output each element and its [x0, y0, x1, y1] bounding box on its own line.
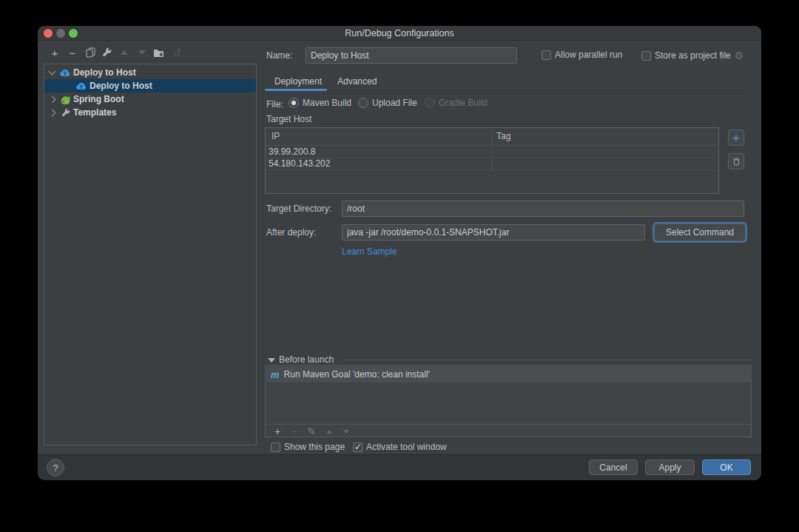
column-header-ip[interactable]: IP	[272, 131, 280, 141]
active-tab-underline	[265, 89, 327, 91]
header-divider	[266, 145, 718, 146]
radio-icon[interactable]	[358, 98, 368, 108]
target-directory-input[interactable]	[342, 201, 744, 217]
edit-task-icon[interactable]: ✎	[306, 426, 317, 437]
checkbox-checked-icon[interactable]	[353, 442, 363, 452]
radio-selected-icon[interactable]	[289, 98, 299, 108]
target-host-table: IP Tag 39.99.200.8 54.180.143.202	[265, 127, 719, 194]
screen: Run/Debug Configurations + − ↓ az	[0, 0, 799, 532]
checkbox-icon[interactable]	[542, 50, 551, 60]
tabs-separator	[265, 90, 752, 91]
ok-button[interactable]: OK	[702, 459, 751, 475]
column-header-tag[interactable]: Tag	[496, 131, 510, 141]
cancel-button[interactable]: Cancel	[589, 459, 638, 475]
tree-item-spring-boot[interactable]: Spring Boot	[44, 92, 256, 106]
table-cell-ip[interactable]: 54.180.143.202	[269, 158, 330, 169]
add-task-icon[interactable]: +	[272, 426, 283, 437]
collapse-triangle-icon[interactable]	[268, 358, 275, 363]
before-launch-title[interactable]: Before launch	[279, 354, 334, 365]
before-launch-rule	[344, 360, 752, 360]
configurations-tree: Deploy to Host Deploy to Host	[44, 64, 257, 445]
allow-parallel-run-label: Allow parallel run	[555, 50, 622, 60]
run-debug-configurations-dialog: Run/Debug Configurations + − ↓ az	[38, 26, 761, 480]
target-host-label: Target Host	[266, 114, 311, 124]
gradle-build-label: Gradle Build	[439, 98, 488, 108]
tree-item-label: Deploy to Host	[73, 67, 136, 78]
radio-maven-build[interactable]: Maven Build	[289, 98, 351, 108]
wrench-icon	[101, 47, 112, 58]
add-configuration-icon[interactable]: +	[48, 46, 61, 59]
move-task-down-icon[interactable]	[340, 426, 352, 437]
gear-icon[interactable]: ⚙	[735, 50, 744, 61]
tab-advanced[interactable]: Advanced	[337, 76, 377, 87]
copy-configuration-icon[interactable]	[84, 46, 97, 59]
tree-item-deploy-to-host-selected[interactable]: Deploy to Host	[44, 79, 256, 92]
row-divider	[266, 158, 718, 158]
activate-tool-window-checkbox[interactable]: Activate tool window	[353, 442, 447, 452]
dialog-footer: ? Cancel Apply OK	[38, 454, 761, 480]
trash-icon	[733, 158, 740, 166]
folder-plus-icon	[153, 48, 164, 58]
checkbox-icon[interactable]	[641, 51, 651, 61]
help-button[interactable]: ?	[47, 459, 64, 477]
select-command-button[interactable]: Select Command	[654, 223, 746, 241]
spring-boot-icon	[59, 95, 71, 104]
new-folder-icon[interactable]	[152, 46, 165, 59]
file-label: File:	[266, 99, 283, 110]
add-host-button[interactable]: +	[728, 129, 744, 146]
edit-templates-icon[interactable]	[100, 46, 113, 59]
upload-file-label: Upload File	[372, 98, 417, 108]
show-this-page-checkbox[interactable]: Show this page	[271, 442, 345, 452]
move-up-icon[interactable]	[118, 46, 131, 59]
store-as-project-file-checkbox[interactable]: Store as project file ⚙	[641, 50, 744, 61]
table-cell-ip[interactable]: 39.99.200.8	[269, 146, 315, 158]
chevron-down-icon[interactable]	[48, 68, 55, 75]
column-divider[interactable]	[492, 128, 493, 169]
learn-sample-link[interactable]: Learn Sample	[342, 246, 397, 257]
wrench-icon	[59, 108, 71, 118]
activate-tool-window-label: Activate tool window	[366, 442, 447, 452]
tree-item-label: Deploy to Host	[90, 81, 152, 91]
target-directory-label: Target Directory:	[266, 203, 331, 214]
maven-icon: m	[271, 369, 280, 380]
checkbox-icon[interactable]	[271, 442, 280, 452]
name-label: Name:	[266, 50, 292, 61]
allow-parallel-run-checkbox[interactable]: Allow parallel run	[542, 50, 622, 60]
radio-gradle-build: Gradle Build	[425, 98, 488, 108]
after-deploy-label: After deploy:	[266, 227, 316, 238]
tree-item-deploy-to-host-group[interactable]: Deploy to Host	[44, 66, 256, 79]
tree-item-label: Templates	[73, 107, 116, 118]
move-task-up-icon[interactable]	[323, 426, 335, 437]
show-this-page-label: Show this page	[284, 442, 345, 452]
before-launch-item[interactable]: m Run Maven Goal 'demo: clean install'	[266, 366, 750, 383]
window-title: Run/Debug Configurations	[38, 28, 761, 38]
radio-disabled-icon	[425, 98, 435, 108]
remove-configuration-icon[interactable]: −	[66, 46, 79, 59]
before-launch-list: m Run Maven Goal 'demo: clean install' +…	[265, 365, 752, 437]
move-down-icon[interactable]	[135, 46, 149, 59]
remove-task-icon[interactable]: −	[289, 426, 300, 437]
chevron-right-icon[interactable]	[48, 95, 55, 103]
radio-upload-file[interactable]: Upload File	[358, 98, 417, 108]
after-deploy-input[interactable]	[342, 224, 645, 240]
delete-host-button[interactable]	[728, 153, 744, 169]
tree-item-templates[interactable]: Templates	[44, 106, 256, 119]
before-launch-item-label: Run Maven Goal 'demo: clean install'	[284, 369, 430, 380]
apply-button[interactable]: Apply	[645, 459, 695, 475]
name-input[interactable]	[306, 47, 517, 64]
az-icon: az	[178, 48, 181, 57]
sort-configurations-icon[interactable]: ↓ az	[169, 46, 183, 59]
store-as-project-file-label: Store as project file	[655, 50, 731, 61]
arrow-down-icon: ↓	[172, 47, 177, 58]
copy-icon	[86, 47, 95, 58]
titlebar[interactable]: Run/Debug Configurations	[38, 26, 761, 41]
cloud-deploy-icon	[59, 69, 71, 77]
maven-build-label: Maven Build	[303, 98, 351, 108]
tab-deployment[interactable]: Deployment	[274, 76, 322, 87]
tree-item-label: Spring Boot	[73, 94, 124, 104]
cloud-deploy-icon	[75, 82, 87, 90]
list-toolbar-separator	[266, 424, 751, 425]
chevron-right-icon[interactable]	[48, 109, 55, 116]
row-divider	[266, 169, 718, 170]
